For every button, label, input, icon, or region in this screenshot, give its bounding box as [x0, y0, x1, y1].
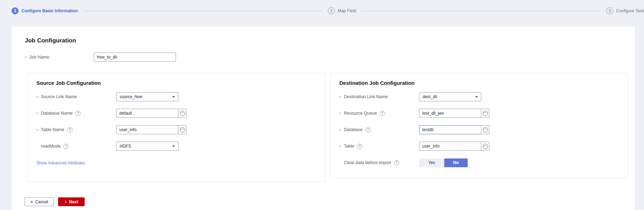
- source-link-name-value: source_hive: [120, 94, 142, 99]
- read-mode-label-text: readMode: [41, 144, 61, 149]
- next-button[interactable]: Next: [58, 197, 85, 206]
- database-row: Database ?: [339, 125, 628, 134]
- table-name-label: Table Name ?: [36, 127, 116, 133]
- help-icon[interactable]: ?: [380, 111, 385, 116]
- required-asterisk: [339, 144, 344, 149]
- show-advanced-attributes-link[interactable]: Show Advanced Attributes: [36, 161, 85, 165]
- destination-link-name-label: Destination Link Name: [339, 94, 419, 100]
- ellipsis-icon: [483, 144, 488, 149]
- job-name-label: Job Name: [25, 55, 94, 60]
- table-name-control: [116, 125, 186, 134]
- table-control: [419, 142, 489, 151]
- required-asterisk: [36, 94, 41, 100]
- resource-queue-input[interactable]: [419, 109, 481, 118]
- database-name-input[interactable]: [116, 109, 178, 118]
- database-name-row: Database Name ?: [36, 109, 325, 118]
- database-input[interactable]: [419, 125, 481, 134]
- job-name-label-text: Job Name: [29, 55, 49, 60]
- step-3-badge: 3: [606, 7, 613, 14]
- database-name-control: [116, 109, 186, 118]
- help-icon[interactable]: ?: [63, 144, 69, 149]
- database-name-picker-button[interactable]: [178, 109, 186, 118]
- clear-data-before-import-label: Clear data before import ?: [339, 160, 419, 165]
- database-control: [419, 125, 489, 134]
- help-icon[interactable]: ?: [357, 144, 362, 149]
- ellipsis-icon: [483, 127, 488, 133]
- database-picker-button[interactable]: [481, 125, 489, 134]
- job-name-row: Job Name: [25, 53, 176, 62]
- ellipsis-icon: [180, 127, 185, 133]
- clear-data-before-import-row: Clear data before import ? Yes No: [339, 158, 628, 167]
- resource-queue-picker-button[interactable]: [481, 109, 489, 118]
- source-link-name-row: Source Link Name source_hive: [36, 92, 325, 101]
- required-asterisk: [36, 111, 41, 116]
- required-asterisk: [36, 127, 41, 133]
- database-label-text: Database: [344, 127, 363, 132]
- close-icon: ×: [30, 199, 33, 204]
- ellipsis-icon: [180, 111, 185, 116]
- database-name-label-text: Database Name: [41, 111, 72, 116]
- source-link-name-select[interactable]: source_hive: [116, 92, 178, 101]
- help-icon[interactable]: ?: [67, 127, 72, 133]
- table-name-row: Table Name ?: [36, 125, 325, 134]
- destination-job-configuration-panel: Destination Job Configuration Destinatio…: [330, 73, 628, 178]
- database-name-label: Database Name ?: [36, 111, 116, 116]
- step-configure-task[interactable]: 3 Configure Task: [606, 7, 644, 14]
- cancel-label: Cancel: [35, 199, 48, 204]
- step-connector-line: [83, 11, 322, 11]
- destination-panel-title: Destination Job Configuration: [339, 80, 628, 86]
- database-label: Database ?: [339, 127, 419, 133]
- read-mode-select[interactable]: HDFS: [116, 142, 178, 151]
- chevron-right-icon: [64, 200, 66, 203]
- read-mode-label: readMode ?: [36, 144, 116, 149]
- toggle-yes-button[interactable]: Yes: [419, 158, 444, 167]
- table-picker-button[interactable]: [481, 142, 489, 151]
- page-title: Job Configuration: [25, 37, 76, 44]
- clear-data-toggle: Yes No: [419, 158, 468, 167]
- table-label-text: Table: [344, 144, 354, 149]
- caret-down-icon: [475, 96, 478, 98]
- action-bar: × Cancel Next: [24, 197, 85, 206]
- table-name-label-text: Table Name: [41, 127, 64, 132]
- wizard-stepper: 1 Configure Basic Information 2 Map Fiel…: [12, 7, 644, 14]
- step-2-label: Map Field: [338, 8, 356, 13]
- clear-data-label-text: Clear data before import: [344, 160, 391, 165]
- source-link-name-label: Source Link Name: [36, 94, 116, 100]
- read-mode-value: HDFS: [120, 144, 131, 149]
- caret-down-icon: [172, 145, 175, 147]
- table-name-input[interactable]: [116, 125, 178, 134]
- source-link-name-label-text: Source Link Name: [41, 94, 77, 99]
- source-job-configuration-panel: Source Job Configuration Source Link Nam…: [27, 73, 325, 182]
- table-name-picker-button[interactable]: [178, 125, 186, 134]
- read-mode-row: readMode ? HDFS: [36, 142, 325, 151]
- destination-link-name-select[interactable]: dest_dli: [419, 92, 481, 101]
- help-icon[interactable]: ?: [394, 160, 399, 165]
- step-map-field[interactable]: 2 Map Field: [328, 7, 356, 14]
- resource-queue-control: [419, 109, 489, 118]
- resource-queue-label-text: Resource Queue: [344, 111, 377, 116]
- table-row: Table ?: [339, 142, 628, 151]
- step-3-label: Configure Task: [616, 8, 644, 13]
- destination-link-name-row: Destination Link Name dest_dli: [339, 92, 628, 101]
- required-asterisk: [339, 127, 344, 133]
- help-icon[interactable]: ?: [366, 127, 371, 133]
- job-name-input[interactable]: [94, 53, 176, 62]
- help-icon[interactable]: ?: [75, 111, 80, 116]
- ellipsis-icon: [483, 111, 488, 116]
- caret-down-icon: [172, 96, 175, 98]
- step-connector-line: [362, 11, 601, 11]
- resource-queue-label: Resource Queue ?: [339, 111, 419, 116]
- cancel-button[interactable]: × Cancel: [24, 197, 54, 206]
- table-input[interactable]: [419, 142, 481, 151]
- destination-link-name-value: dest_dli: [423, 94, 437, 99]
- required-asterisk: [339, 111, 344, 116]
- required-asterisk: [25, 55, 29, 60]
- destination-link-name-label-text: Destination Link Name: [344, 94, 388, 99]
- step-2-badge: 2: [328, 7, 335, 14]
- step-1-badge: 1: [12, 7, 19, 14]
- toggle-no-button[interactable]: No: [444, 158, 468, 167]
- step-1-label: Configure Basic Information: [21, 8, 78, 13]
- required-asterisk: [339, 94, 344, 100]
- step-configure-basic-information[interactable]: 1 Configure Basic Information: [12, 7, 78, 14]
- resource-queue-row: Resource Queue ?: [339, 109, 628, 118]
